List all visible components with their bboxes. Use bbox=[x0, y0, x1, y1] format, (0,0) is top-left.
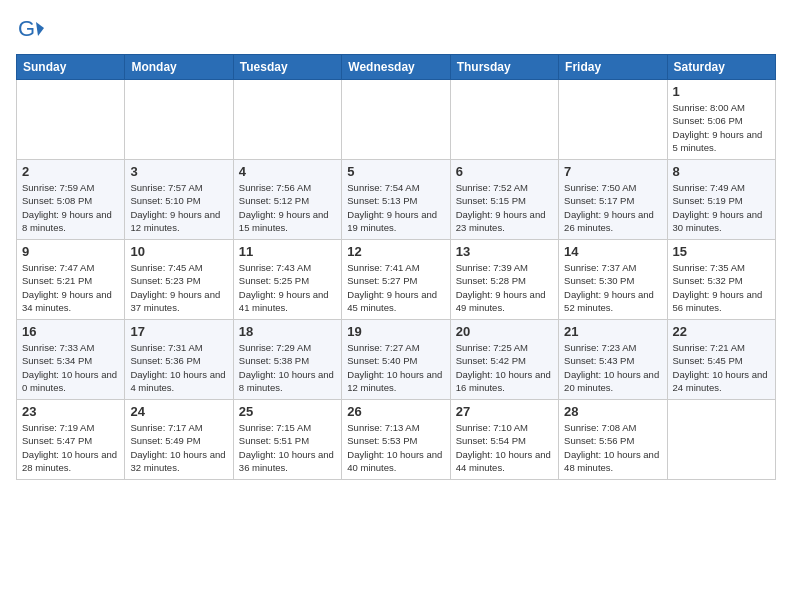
day-info: Sunrise: 7:33 AM Sunset: 5:34 PM Dayligh… bbox=[22, 341, 119, 394]
day-info: Sunrise: 7:10 AM Sunset: 5:54 PM Dayligh… bbox=[456, 421, 553, 474]
calendar-cell: 24Sunrise: 7:17 AM Sunset: 5:49 PM Dayli… bbox=[125, 400, 233, 480]
weekday-header: Sunday bbox=[17, 55, 125, 80]
day-info: Sunrise: 7:59 AM Sunset: 5:08 PM Dayligh… bbox=[22, 181, 119, 234]
page-header: G bbox=[16, 16, 776, 44]
logo-icon: G bbox=[16, 16, 44, 44]
day-number: 3 bbox=[130, 164, 227, 179]
calendar-cell: 27Sunrise: 7:10 AM Sunset: 5:54 PM Dayli… bbox=[450, 400, 558, 480]
calendar-week-row: 2Sunrise: 7:59 AM Sunset: 5:08 PM Daylig… bbox=[17, 160, 776, 240]
day-info: Sunrise: 7:13 AM Sunset: 5:53 PM Dayligh… bbox=[347, 421, 444, 474]
day-info: Sunrise: 7:45 AM Sunset: 5:23 PM Dayligh… bbox=[130, 261, 227, 314]
calendar-cell: 28Sunrise: 7:08 AM Sunset: 5:56 PM Dayli… bbox=[559, 400, 667, 480]
day-number: 6 bbox=[456, 164, 553, 179]
day-info: Sunrise: 7:57 AM Sunset: 5:10 PM Dayligh… bbox=[130, 181, 227, 234]
calendar-cell: 22Sunrise: 7:21 AM Sunset: 5:45 PM Dayli… bbox=[667, 320, 775, 400]
calendar-cell: 4Sunrise: 7:56 AM Sunset: 5:12 PM Daylig… bbox=[233, 160, 341, 240]
calendar-cell bbox=[233, 80, 341, 160]
calendar-cell: 5Sunrise: 7:54 AM Sunset: 5:13 PM Daylig… bbox=[342, 160, 450, 240]
calendar-week-row: 1Sunrise: 8:00 AM Sunset: 5:06 PM Daylig… bbox=[17, 80, 776, 160]
calendar-week-row: 23Sunrise: 7:19 AM Sunset: 5:47 PM Dayli… bbox=[17, 400, 776, 480]
calendar-cell: 21Sunrise: 7:23 AM Sunset: 5:43 PM Dayli… bbox=[559, 320, 667, 400]
calendar-cell bbox=[17, 80, 125, 160]
calendar-cell: 1Sunrise: 8:00 AM Sunset: 5:06 PM Daylig… bbox=[667, 80, 775, 160]
day-number: 18 bbox=[239, 324, 336, 339]
calendar-cell: 25Sunrise: 7:15 AM Sunset: 5:51 PM Dayli… bbox=[233, 400, 341, 480]
svg-text:G: G bbox=[18, 16, 35, 41]
calendar-table: SundayMondayTuesdayWednesdayThursdayFrid… bbox=[16, 54, 776, 480]
day-info: Sunrise: 7:43 AM Sunset: 5:25 PM Dayligh… bbox=[239, 261, 336, 314]
day-number: 11 bbox=[239, 244, 336, 259]
logo: G bbox=[16, 16, 46, 44]
day-info: Sunrise: 7:41 AM Sunset: 5:27 PM Dayligh… bbox=[347, 261, 444, 314]
day-info: Sunrise: 7:35 AM Sunset: 5:32 PM Dayligh… bbox=[673, 261, 770, 314]
day-number: 19 bbox=[347, 324, 444, 339]
day-number: 22 bbox=[673, 324, 770, 339]
day-number: 7 bbox=[564, 164, 661, 179]
day-number: 5 bbox=[347, 164, 444, 179]
calendar-cell: 12Sunrise: 7:41 AM Sunset: 5:27 PM Dayli… bbox=[342, 240, 450, 320]
day-number: 24 bbox=[130, 404, 227, 419]
weekday-header: Tuesday bbox=[233, 55, 341, 80]
day-info: Sunrise: 7:19 AM Sunset: 5:47 PM Dayligh… bbox=[22, 421, 119, 474]
weekday-header: Wednesday bbox=[342, 55, 450, 80]
calendar-cell: 23Sunrise: 7:19 AM Sunset: 5:47 PM Dayli… bbox=[17, 400, 125, 480]
day-info: Sunrise: 7:52 AM Sunset: 5:15 PM Dayligh… bbox=[456, 181, 553, 234]
day-number: 10 bbox=[130, 244, 227, 259]
calendar-cell bbox=[667, 400, 775, 480]
day-number: 28 bbox=[564, 404, 661, 419]
calendar-cell: 15Sunrise: 7:35 AM Sunset: 5:32 PM Dayli… bbox=[667, 240, 775, 320]
calendar-cell: 20Sunrise: 7:25 AM Sunset: 5:42 PM Dayli… bbox=[450, 320, 558, 400]
calendar-body: 1Sunrise: 8:00 AM Sunset: 5:06 PM Daylig… bbox=[17, 80, 776, 480]
calendar-cell: 9Sunrise: 7:47 AM Sunset: 5:21 PM Daylig… bbox=[17, 240, 125, 320]
day-number: 16 bbox=[22, 324, 119, 339]
day-number: 14 bbox=[564, 244, 661, 259]
day-number: 2 bbox=[22, 164, 119, 179]
weekday-header: Monday bbox=[125, 55, 233, 80]
day-number: 12 bbox=[347, 244, 444, 259]
weekday-header: Saturday bbox=[667, 55, 775, 80]
day-info: Sunrise: 7:08 AM Sunset: 5:56 PM Dayligh… bbox=[564, 421, 661, 474]
calendar-cell: 8Sunrise: 7:49 AM Sunset: 5:19 PM Daylig… bbox=[667, 160, 775, 240]
calendar-week-row: 16Sunrise: 7:33 AM Sunset: 5:34 PM Dayli… bbox=[17, 320, 776, 400]
calendar-cell: 19Sunrise: 7:27 AM Sunset: 5:40 PM Dayli… bbox=[342, 320, 450, 400]
day-number: 13 bbox=[456, 244, 553, 259]
calendar-week-row: 9Sunrise: 7:47 AM Sunset: 5:21 PM Daylig… bbox=[17, 240, 776, 320]
weekday-header: Friday bbox=[559, 55, 667, 80]
day-number: 23 bbox=[22, 404, 119, 419]
day-info: Sunrise: 7:39 AM Sunset: 5:28 PM Dayligh… bbox=[456, 261, 553, 314]
day-info: Sunrise: 7:37 AM Sunset: 5:30 PM Dayligh… bbox=[564, 261, 661, 314]
weekday-header: Thursday bbox=[450, 55, 558, 80]
day-number: 20 bbox=[456, 324, 553, 339]
calendar-cell: 16Sunrise: 7:33 AM Sunset: 5:34 PM Dayli… bbox=[17, 320, 125, 400]
calendar-header-row: SundayMondayTuesdayWednesdayThursdayFrid… bbox=[17, 55, 776, 80]
day-number: 21 bbox=[564, 324, 661, 339]
day-number: 9 bbox=[22, 244, 119, 259]
day-number: 27 bbox=[456, 404, 553, 419]
calendar-cell: 10Sunrise: 7:45 AM Sunset: 5:23 PM Dayli… bbox=[125, 240, 233, 320]
day-number: 15 bbox=[673, 244, 770, 259]
day-info: Sunrise: 7:27 AM Sunset: 5:40 PM Dayligh… bbox=[347, 341, 444, 394]
day-info: Sunrise: 7:17 AM Sunset: 5:49 PM Dayligh… bbox=[130, 421, 227, 474]
day-number: 26 bbox=[347, 404, 444, 419]
day-info: Sunrise: 7:23 AM Sunset: 5:43 PM Dayligh… bbox=[564, 341, 661, 394]
day-number: 17 bbox=[130, 324, 227, 339]
calendar-cell bbox=[125, 80, 233, 160]
day-info: Sunrise: 8:00 AM Sunset: 5:06 PM Dayligh… bbox=[673, 101, 770, 154]
day-info: Sunrise: 7:47 AM Sunset: 5:21 PM Dayligh… bbox=[22, 261, 119, 314]
calendar-cell: 6Sunrise: 7:52 AM Sunset: 5:15 PM Daylig… bbox=[450, 160, 558, 240]
calendar-cell: 3Sunrise: 7:57 AM Sunset: 5:10 PM Daylig… bbox=[125, 160, 233, 240]
day-info: Sunrise: 7:21 AM Sunset: 5:45 PM Dayligh… bbox=[673, 341, 770, 394]
day-info: Sunrise: 7:49 AM Sunset: 5:19 PM Dayligh… bbox=[673, 181, 770, 234]
calendar-cell: 7Sunrise: 7:50 AM Sunset: 5:17 PM Daylig… bbox=[559, 160, 667, 240]
day-info: Sunrise: 7:50 AM Sunset: 5:17 PM Dayligh… bbox=[564, 181, 661, 234]
calendar-cell: 17Sunrise: 7:31 AM Sunset: 5:36 PM Dayli… bbox=[125, 320, 233, 400]
day-info: Sunrise: 7:54 AM Sunset: 5:13 PM Dayligh… bbox=[347, 181, 444, 234]
calendar-cell: 18Sunrise: 7:29 AM Sunset: 5:38 PM Dayli… bbox=[233, 320, 341, 400]
calendar-cell: 2Sunrise: 7:59 AM Sunset: 5:08 PM Daylig… bbox=[17, 160, 125, 240]
calendar-cell: 11Sunrise: 7:43 AM Sunset: 5:25 PM Dayli… bbox=[233, 240, 341, 320]
day-info: Sunrise: 7:15 AM Sunset: 5:51 PM Dayligh… bbox=[239, 421, 336, 474]
day-info: Sunrise: 7:31 AM Sunset: 5:36 PM Dayligh… bbox=[130, 341, 227, 394]
day-number: 1 bbox=[673, 84, 770, 99]
svg-marker-1 bbox=[36, 22, 44, 36]
calendar-cell bbox=[342, 80, 450, 160]
